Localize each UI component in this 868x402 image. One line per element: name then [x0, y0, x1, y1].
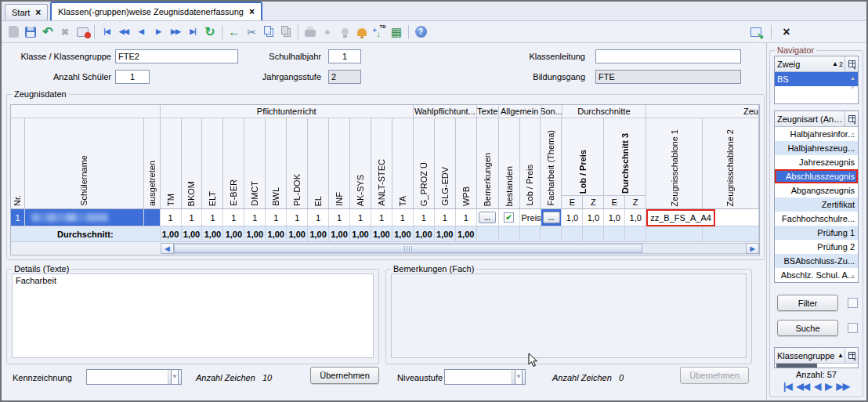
grid-settings-button[interactable]: [844, 111, 858, 126]
grade-cell-bkom[interactable]: 1: [182, 209, 203, 226]
prev-record-icon[interactable]: ◀: [132, 24, 150, 40]
klassenleitung-input[interactable]: [595, 49, 741, 63]
student-name-cell[interactable]: [25, 209, 144, 226]
close-icon[interactable]: ×: [249, 7, 255, 16]
grade-cell-glg-edv[interactable]: 1: [435, 209, 456, 226]
anzahl-schueler-input[interactable]: 1: [115, 70, 150, 84]
column-header-lob-preis[interactable]: Lob / PreisEZ: [562, 118, 604, 208]
column-header-bemerkungen[interactable]: Bemerkungen: [477, 118, 499, 208]
column-header-elt[interactable]: ELT: [202, 118, 223, 208]
zeugnisart-header[interactable]: Zeugnisart (Anz...: [775, 111, 858, 127]
grade-cell-inf[interactable]: 1: [329, 209, 350, 226]
grade-cell-el[interactable]: 1: [308, 209, 329, 226]
scrollbar-track[interactable]: [174, 243, 746, 254]
remove-form-icon[interactable]: [74, 24, 91, 40]
column-header-lob-preis[interactable]: Lob / Preis: [520, 118, 541, 208]
uebernehmen-button[interactable]: Übernehmen: [310, 367, 379, 384]
zeugnisart-item-abgangszeugnis[interactable]: Abgangszeugnis: [775, 183, 858, 197]
durchschnitt3-z-cell[interactable]: 1,0: [625, 209, 646, 226]
last-record-icon[interactable]: ▶|: [184, 24, 201, 40]
column-header-dmct[interactable]: DMCT: [244, 118, 266, 208]
back-icon[interactable]: ←: [226, 24, 243, 40]
subcolumn-header-e[interactable]: E: [562, 196, 583, 208]
grade-cell-tm[interactable]: 1: [161, 209, 182, 226]
zeugnisart-item-halbjahreszeug[interactable]: Halbjahreszeug...: [775, 141, 858, 155]
subcolumn-header-z[interactable]: Z: [625, 196, 646, 208]
chevron-down-icon[interactable]: ▼: [512, 370, 525, 384]
subcolumn-header-z[interactable]: Z: [583, 196, 603, 208]
niveaustufe-combobox[interactable]: ▼: [444, 369, 526, 385]
zweig-item-bs[interactable]: BS: [775, 72, 858, 86]
column-header-g-proz-ü[interactable]: G_PROZ Ü: [414, 118, 435, 208]
tab-zeugnisdatenerfassung[interactable]: Klassen(-gruppen)weise Zeugnisdatenerfas…: [50, 2, 262, 20]
zeugnisart-item-abschlusszeugnis[interactable]: Abschlusszeugnis: [775, 169, 858, 183]
fast-next-icon[interactable]: ▶▶: [837, 382, 849, 391]
column-header-ta[interactable]: TA: [392, 118, 414, 208]
column-header-nr[interactable]: Nr.: [11, 118, 25, 208]
chevron-down-icon[interactable]: ▼: [168, 370, 181, 384]
close-toolbar-icon[interactable]: ×: [778, 24, 795, 40]
grade-cell-g-proz-ü[interactable]: 1: [414, 209, 435, 226]
bell-icon[interactable]: [353, 24, 371, 40]
column-header-bestanden[interactable]: bestanden: [499, 118, 520, 208]
grade-cell-ta[interactable]: 1: [392, 209, 414, 226]
column-header-facharbeit-thema[interactable]: Facharbeit (Thema): [541, 118, 562, 208]
durchschnitt3-e-cell[interactable]: 1,0: [604, 209, 625, 226]
klassengruppe-header[interactable]: Klassengruppe ▲: [775, 348, 858, 364]
new-record-icon[interactable]: [5, 24, 22, 40]
student-row[interactable]: 1111111111111111...✔Preis...1,01,01,01,0…: [11, 209, 759, 226]
close-icon[interactable]: ×: [35, 8, 41, 17]
filter-checkbox[interactable]: [848, 298, 858, 308]
suche-button[interactable]: Suche: [777, 320, 838, 336]
scroll-down-icon[interactable]: ▼: [850, 273, 855, 279]
grade-cell-ak-sys[interactable]: 1: [350, 209, 371, 226]
zeugnisschablone1-cell[interactable]: zz_B_FS_A_A4: [646, 209, 703, 226]
prev-record-icon[interactable]: ◀: [814, 382, 820, 391]
grade-cell-e-ber[interactable]: 1: [223, 209, 244, 226]
bemerkungen-ellipsis-button[interactable]: ...: [479, 212, 496, 223]
schulhalbjahr-input[interactable]: 1: [328, 49, 361, 63]
lob-preis-z-cell[interactable]: 1,0: [583, 209, 604, 226]
detach-window-icon[interactable]: ↘: [747, 24, 765, 40]
zeugnisart-item-jahreszeugnis[interactable]: Jahreszeugnis: [775, 155, 858, 169]
column-header-pl-dok[interactable]: PL-DOK: [287, 118, 308, 208]
tb-import-icon[interactable]: +↓TB: [371, 24, 388, 40]
delete-icon[interactable]: ✖: [56, 24, 74, 40]
zeugnisart-item-abschlz-schul-a[interactable]: Abschlz. Schul. A...: [775, 268, 858, 282]
scroll-left-button[interactable]: ◀: [161, 243, 174, 254]
paste-icon[interactable]: [277, 24, 295, 40]
zeugnisart-item-halbjahresinfor[interactable]: Halbjahresinfor...: [775, 127, 858, 141]
copy-icon[interactable]: [260, 24, 277, 40]
suche-checkbox[interactable]: [848, 323, 858, 333]
next-record-icon[interactable]: ▶: [150, 24, 167, 40]
grid-settings-button[interactable]: [844, 56, 858, 71]
grade-cell-pl-dok[interactable]: 1: [287, 209, 308, 226]
uebernehmen2-button[interactable]: Übernehmen: [680, 367, 749, 384]
scroll-up-icon[interactable]: ▲: [850, 75, 855, 81]
column-header-wpb[interactable]: WPB: [456, 118, 477, 208]
kennzeichnung-combobox[interactable]: ▼: [86, 369, 182, 385]
tab-start[interactable]: Start ×: [5, 4, 48, 20]
zweig-header[interactable]: Zweig ▲ 2: [775, 56, 858, 72]
grade-cell-elt[interactable]: 1: [202, 209, 223, 226]
zeugnisart-item-bsabschluss-zu[interactable]: BSAbschluss-Zu...: [775, 254, 858, 268]
grade-cell-dmct[interactable]: 1: [244, 209, 266, 226]
column-header-inf[interactable]: INF: [329, 118, 350, 208]
grade-cell-anlt-stec[interactable]: 1: [371, 209, 392, 226]
zeugnisart-item-prüfung-2[interactable]: Prüfung 2: [775, 240, 858, 254]
column-header-anlt-stec[interactable]: ANLT-STEC: [371, 118, 392, 208]
grade-cell-bwl[interactable]: 1: [266, 209, 287, 226]
grid-settings-button[interactable]: [844, 348, 858, 363]
lob-preis-cell[interactable]: Preis: [520, 209, 541, 226]
facharbeit-ellipsis-button[interactable]: ...: [543, 212, 560, 223]
column-header-zeugnisschablone-2[interactable]: Zeugnisschablone 2: [703, 118, 759, 208]
bemerkungen-cell[interactable]: ...: [477, 209, 499, 226]
undo-icon[interactable]: ↶: [39, 24, 56, 40]
fast-next-icon[interactable]: ▶▶: [167, 24, 184, 40]
help-icon[interactable]: ?: [412, 24, 429, 40]
klasse-input[interactable]: FTE2: [115, 49, 238, 63]
filter-button[interactable]: Filter: [777, 295, 838, 311]
column-header-ausgetreten[interactable]: ausgetreten: [144, 118, 161, 208]
column-header-bwl[interactable]: BWL: [266, 118, 287, 208]
facharbeit-thema-cell[interactable]: ...: [541, 209, 562, 226]
